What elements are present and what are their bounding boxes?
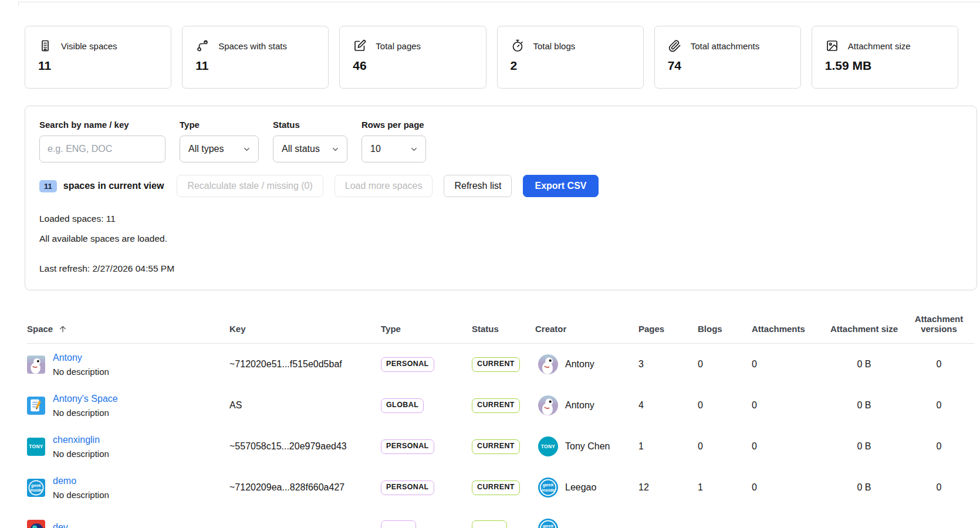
- rows-per-page-select[interactable]: 10: [361, 136, 426, 163]
- notes-blue-avatar: [27, 397, 45, 415]
- table-row: geekinside demo No description ~7120209e…: [27, 467, 974, 508]
- image-icon: [825, 39, 839, 53]
- attachment-versions: 0: [904, 426, 974, 467]
- attachments-count: [752, 508, 824, 528]
- col-type[interactable]: Type: [381, 290, 472, 344]
- table-header-row: Space Key Type Status Creator Pages Blog…: [27, 290, 974, 344]
- type-badge: [381, 520, 416, 528]
- creator-name: Tony Chen: [565, 441, 610, 452]
- status-badge: CURRENT: [472, 480, 520, 495]
- type-select[interactable]: All types: [180, 136, 259, 163]
- count-text: spaces in current view: [63, 181, 164, 191]
- actions-row: 11 spaces in current view Recalculate st…: [39, 175, 962, 197]
- space-key: ~557058c15...20e979aed43: [229, 426, 381, 467]
- paperclip-icon: [668, 39, 682, 53]
- space-description: No description: [53, 490, 109, 500]
- col-pages[interactable]: Pages: [638, 290, 698, 344]
- chevron-down-icon: [242, 145, 251, 154]
- loaded-spaces-text: Loaded spaces: 11: [39, 214, 962, 224]
- status-label: Status: [273, 120, 347, 130]
- blogs-count: 0: [698, 344, 752, 385]
- pages-count: 1: [638, 426, 698, 467]
- creator-name: Antony: [565, 359, 594, 370]
- stat-value: 1.59 MB: [825, 59, 945, 73]
- type-group: Type All types: [180, 120, 259, 163]
- pages-count: [638, 508, 698, 528]
- space-description: No description: [53, 449, 109, 459]
- search-label: Search by name / key: [39, 120, 165, 130]
- attachments-count: 0: [752, 385, 824, 426]
- space-link[interactable]: Antony's Space: [53, 393, 118, 405]
- stat-label: Total blogs: [533, 41, 576, 51]
- sort-ascending-icon[interactable]: [58, 324, 67, 334]
- space-link[interactable]: demo: [53, 475, 109, 487]
- col-attachment-size[interactable]: Attachment size: [824, 290, 904, 344]
- recalculate-button[interactable]: Recalculate stale / missing (0): [177, 175, 323, 197]
- all-loaded-text: All available spaces are loaded.: [39, 233, 962, 244]
- attachment-versions: 0: [904, 385, 974, 426]
- status-badge: [472, 520, 507, 528]
- load-more-button[interactable]: Load more spaces: [334, 175, 433, 197]
- rows-per-page-label: Rows per page: [361, 120, 426, 130]
- edit-icon: [353, 39, 367, 53]
- attachment-versions: 0: [904, 344, 974, 385]
- col-creator[interactable]: Creator: [535, 290, 638, 344]
- tony-teal-avatar: TONY: [27, 438, 45, 456]
- filter-panel: Search by name / key Type All types Stat…: [25, 106, 977, 290]
- table-row: Antony's Space No description AS GLOBAL …: [27, 385, 974, 426]
- chevron-down-icon: [410, 145, 418, 154]
- space-link[interactable]: Antony: [53, 352, 109, 364]
- spaces-table: Space Key Type Status Creator Pages Blog…: [27, 290, 974, 528]
- attachment-versions: [904, 508, 974, 528]
- attachment-size: 0 B: [824, 467, 904, 508]
- col-key[interactable]: Key: [229, 290, 381, 344]
- type-badge: PERSONAL: [381, 480, 434, 495]
- attachment-versions: 0: [904, 467, 974, 508]
- space-description: No description: [53, 367, 109, 377]
- space-link[interactable]: chenxinglin: [53, 434, 109, 446]
- stat-card: Attachment size 1.59 MB: [812, 26, 958, 89]
- col-attachments[interactable]: Attachments: [752, 290, 824, 344]
- col-space[interactable]: Space: [27, 290, 229, 344]
- stat-label: Total attachments: [691, 41, 760, 51]
- col-attachment-versions[interactable]: Attachment versions: [904, 290, 974, 344]
- refresh-list-button[interactable]: Refresh list: [444, 175, 512, 197]
- table-body: Antony No description ~712020e51...f515e…: [27, 344, 974, 528]
- blogs-count: 1: [698, 467, 752, 508]
- stat-card: Total attachments 74: [654, 26, 801, 89]
- type-badge: PERSONAL: [381, 357, 434, 372]
- creator-name: Antony: [565, 400, 594, 411]
- status-badge: CURRENT: [472, 439, 520, 454]
- attachments-count: 0: [752, 426, 824, 467]
- pages-count: 3: [638, 344, 698, 385]
- space-key: AS: [229, 385, 381, 426]
- stat-value: 46: [353, 59, 472, 73]
- export-csv-button[interactable]: Export CSV: [523, 175, 598, 197]
- geek-blue-avatar: geekinside: [538, 478, 558, 497]
- dog-purple-avatar: [538, 395, 558, 415]
- stat-label: Attachment size: [848, 41, 911, 51]
- stat-card: Visible spaces 11: [25, 26, 171, 89]
- stat-value: 2: [511, 59, 630, 73]
- col-status[interactable]: Status: [472, 290, 535, 344]
- attachment-size: 0 B: [824, 426, 904, 467]
- attachment-size: 0 B: [824, 344, 904, 385]
- col-blogs[interactable]: Blogs: [698, 290, 752, 344]
- dev-red-avatar: [27, 520, 45, 528]
- rows-per-page-group: Rows per page 10: [361, 120, 426, 163]
- table-row: Antony No description ~712020e51...f515e…: [27, 344, 974, 385]
- type-badge: PERSONAL: [381, 439, 434, 454]
- space-link[interactable]: dev: [53, 522, 68, 528]
- blogs-count: [698, 508, 752, 528]
- search-input[interactable]: [39, 136, 165, 163]
- stat-card: Spaces with stats 11: [182, 26, 329, 89]
- table-row: TONY chenxinglin No description ~557058c…: [27, 426, 974, 467]
- stat-value: 11: [38, 59, 158, 73]
- space-description: No description: [53, 408, 118, 418]
- stat-label: Visible spaces: [61, 41, 117, 51]
- status-select[interactable]: All status: [273, 136, 347, 163]
- stat-label: Spaces with stats: [218, 41, 287, 51]
- blogs-count: 0: [698, 385, 752, 426]
- status-group: Status All status: [273, 120, 347, 163]
- stat-value: 11: [195, 59, 315, 73]
